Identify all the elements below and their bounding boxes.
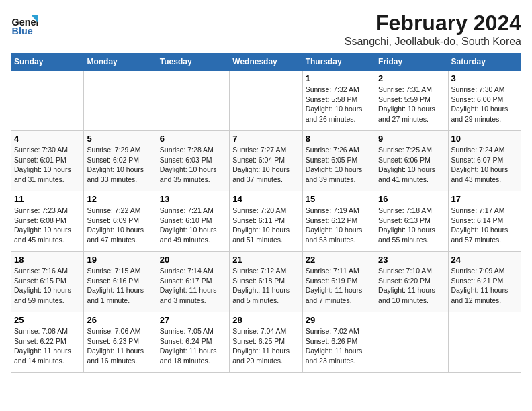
cell-content: Sunrise: 7:11 AM Sunset: 6:19 PM Dayligh… xyxy=(306,266,372,306)
col-thursday: Thursday xyxy=(302,54,375,71)
daylight-text: Daylight: 10 hours and 49 minutes. xyxy=(160,226,217,244)
sunrise-text: Sunrise: 7:06 AM xyxy=(87,327,140,335)
cell-content: Sunrise: 7:30 AM Sunset: 6:01 PM Dayligh… xyxy=(14,145,81,185)
calendar-cell: 23 Sunrise: 7:10 AM Sunset: 6:20 PM Dayl… xyxy=(375,252,448,312)
day-number: 12 xyxy=(87,194,153,204)
cell-content: Sunrise: 7:24 AM Sunset: 6:07 PM Dayligh… xyxy=(451,145,518,185)
col-sunday: Sunday xyxy=(11,54,84,71)
daylight-text: Daylight: 11 hours and 14 minutes. xyxy=(14,347,71,365)
daylight-text: Daylight: 11 hours and 18 minutes. xyxy=(160,347,217,365)
col-monday: Monday xyxy=(84,54,157,71)
day-number: 13 xyxy=(160,194,226,204)
cell-content: Sunrise: 7:29 AM Sunset: 6:02 PM Dayligh… xyxy=(87,145,153,185)
day-number: 1 xyxy=(306,73,372,83)
calendar-cell: 24 Sunrise: 7:09 AM Sunset: 6:21 PM Dayl… xyxy=(448,252,521,312)
calendar-week-5: 25 Sunrise: 7:08 AM Sunset: 6:22 PM Dayl… xyxy=(11,312,521,373)
sunrise-text: Sunrise: 7:21 AM xyxy=(160,206,214,214)
day-number: 9 xyxy=(378,134,445,144)
day-number: 8 xyxy=(306,134,372,144)
sunset-text: Sunset: 6:09 PM xyxy=(87,216,139,224)
col-tuesday: Tuesday xyxy=(157,54,229,71)
cell-content: Sunrise: 7:26 AM Sunset: 6:05 PM Dayligh… xyxy=(306,145,372,185)
sunset-text: Sunset: 6:23 PM xyxy=(87,337,139,345)
sunset-text: Sunset: 6:24 PM xyxy=(160,337,212,345)
calendar-cell: 20 Sunrise: 7:14 AM Sunset: 6:17 PM Dayl… xyxy=(157,252,229,312)
daylight-text: Daylight: 11 hours and 7 minutes. xyxy=(306,286,363,304)
day-number: 17 xyxy=(451,194,518,204)
daylight-text: Daylight: 10 hours and 53 minutes. xyxy=(306,226,363,244)
daylight-text: Daylight: 11 hours and 1 minute. xyxy=(87,286,144,304)
cell-content: Sunrise: 7:27 AM Sunset: 6:04 PM Dayligh… xyxy=(232,145,299,185)
sunrise-text: Sunrise: 7:30 AM xyxy=(451,85,505,93)
daylight-text: Daylight: 10 hours and 47 minutes. xyxy=(87,226,144,244)
daylight-text: Daylight: 10 hours and 39 minutes. xyxy=(306,165,363,183)
daylight-text: Daylight: 10 hours and 59 minutes. xyxy=(14,286,71,304)
daylight-text: Daylight: 10 hours and 31 minutes. xyxy=(14,165,71,183)
daylight-text: Daylight: 10 hours and 26 minutes. xyxy=(306,105,363,123)
day-number: 10 xyxy=(451,134,518,144)
cell-content: Sunrise: 7:15 AM Sunset: 6:16 PM Dayligh… xyxy=(87,266,153,306)
day-number: 27 xyxy=(160,315,226,325)
day-number: 16 xyxy=(378,194,445,204)
sunrise-text: Sunrise: 7:32 AM xyxy=(306,85,359,93)
sunset-text: Sunset: 6:15 PM xyxy=(14,277,66,285)
day-number: 18 xyxy=(14,255,81,265)
sunrise-text: Sunrise: 7:24 AM xyxy=(451,146,505,154)
daylight-text: Daylight: 11 hours and 16 minutes. xyxy=(87,347,144,365)
day-number: 2 xyxy=(378,73,445,83)
sunset-text: Sunset: 6:13 PM xyxy=(378,216,431,224)
sunrise-text: Sunrise: 7:10 AM xyxy=(378,267,432,275)
sunrise-text: Sunrise: 7:08 AM xyxy=(14,327,68,335)
daylight-text: Daylight: 10 hours and 55 minutes. xyxy=(378,226,435,244)
cell-content: Sunrise: 7:02 AM Sunset: 6:26 PM Dayligh… xyxy=(306,326,372,366)
days-of-week-row: Sunday Monday Tuesday Wednesday Thursday… xyxy=(11,54,521,71)
sunset-text: Sunset: 5:58 PM xyxy=(306,95,358,103)
sunset-text: Sunset: 6:01 PM xyxy=(14,156,66,164)
daylight-text: Daylight: 10 hours and 35 minutes. xyxy=(160,165,217,183)
sunrise-text: Sunrise: 7:05 AM xyxy=(160,327,214,335)
calendar-cell: 26 Sunrise: 7:06 AM Sunset: 6:23 PM Dayl… xyxy=(84,312,157,373)
calendar-cell: 28 Sunrise: 7:04 AM Sunset: 6:25 PM Dayl… xyxy=(230,312,302,373)
calendar-cell xyxy=(84,71,157,131)
day-number: 28 xyxy=(232,315,299,325)
sunrise-text: Sunrise: 7:11 AM xyxy=(306,267,359,275)
sunset-text: Sunset: 6:02 PM xyxy=(87,156,139,164)
calendar-cell xyxy=(230,71,302,131)
calendar-table: Sunday Monday Tuesday Wednesday Thursday… xyxy=(11,53,521,373)
sunset-text: Sunset: 6:12 PM xyxy=(306,216,358,224)
day-number: 14 xyxy=(232,194,299,204)
calendar-cell: 10 Sunrise: 7:24 AM Sunset: 6:07 PM Dayl… xyxy=(448,131,521,191)
daylight-text: Daylight: 10 hours and 27 minutes. xyxy=(378,105,435,123)
calendar-week-2: 4 Sunrise: 7:30 AM Sunset: 6:01 PM Dayli… xyxy=(11,131,521,191)
sunrise-text: Sunrise: 7:17 AM xyxy=(451,206,505,214)
sunset-text: Sunset: 6:05 PM xyxy=(306,156,358,164)
daylight-text: Daylight: 11 hours and 12 minutes. xyxy=(451,286,508,304)
sunrise-text: Sunrise: 7:04 AM xyxy=(232,327,286,335)
calendar-title: February 2024 xyxy=(345,11,521,36)
cell-content: Sunrise: 7:18 AM Sunset: 6:13 PM Dayligh… xyxy=(378,205,445,245)
sunrise-text: Sunrise: 7:29 AM xyxy=(87,146,140,154)
daylight-text: Daylight: 11 hours and 5 minutes. xyxy=(232,286,290,304)
cell-content: Sunrise: 7:14 AM Sunset: 6:17 PM Dayligh… xyxy=(160,266,226,306)
day-number: 25 xyxy=(14,315,81,325)
calendar-cell: 3 Sunrise: 7:30 AM Sunset: 6:00 PM Dayli… xyxy=(448,71,521,131)
day-number: 3 xyxy=(451,73,518,83)
sunset-text: Sunset: 6:03 PM xyxy=(160,156,212,164)
sunrise-text: Sunrise: 7:18 AM xyxy=(378,206,432,214)
calendar-cell: 11 Sunrise: 7:23 AM Sunset: 6:08 PM Dayl… xyxy=(11,191,84,252)
svg-text:Blue: Blue xyxy=(12,26,33,36)
day-number: 4 xyxy=(14,134,81,144)
day-number: 29 xyxy=(306,315,372,325)
day-number: 15 xyxy=(306,194,372,204)
daylight-text: Daylight: 11 hours and 20 minutes. xyxy=(232,347,290,365)
logo: General Blue xyxy=(11,11,40,38)
day-number: 20 xyxy=(160,255,226,265)
col-friday: Friday xyxy=(375,54,448,71)
calendar-cell: 18 Sunrise: 7:16 AM Sunset: 6:15 PM Dayl… xyxy=(11,252,84,312)
calendar-cell: 14 Sunrise: 7:20 AM Sunset: 6:11 PM Dayl… xyxy=(230,191,302,252)
calendar-week-3: 11 Sunrise: 7:23 AM Sunset: 6:08 PM Dayl… xyxy=(11,191,521,252)
day-number: 23 xyxy=(378,255,445,265)
cell-content: Sunrise: 7:20 AM Sunset: 6:11 PM Dayligh… xyxy=(232,205,299,245)
calendar-cell: 19 Sunrise: 7:15 AM Sunset: 6:16 PM Dayl… xyxy=(84,252,157,312)
calendar-header: Sunday Monday Tuesday Wednesday Thursday… xyxy=(11,54,521,71)
